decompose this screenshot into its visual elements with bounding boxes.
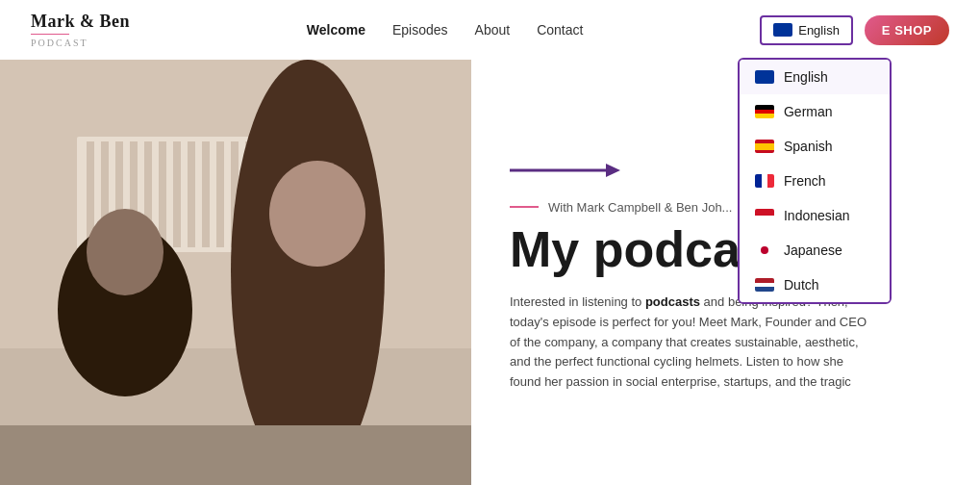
lang-option-dutch[interactable]: Dutch	[740, 268, 890, 302]
flag-jp-icon	[755, 243, 774, 257]
logo-divider	[31, 34, 69, 35]
language-button[interactable]: English	[760, 15, 853, 45]
svg-rect-20	[0, 425, 471, 485]
svg-point-18	[231, 60, 385, 483]
svg-point-17	[87, 209, 163, 295]
main-nav: Welcome Episodes About Contact	[307, 22, 584, 38]
svg-rect-10	[188, 141, 195, 247]
lang-option-french[interactable]: French	[740, 164, 890, 198]
nav-right: English E SHOP English German Spanish Fr…	[760, 15, 949, 45]
flag-gb-icon	[755, 70, 774, 84]
lang-german-label: German	[784, 104, 833, 119]
nav-contact[interactable]: Contact	[537, 22, 583, 38]
svg-marker-22	[606, 164, 620, 177]
nav-episodes[interactable]: Episodes	[392, 22, 448, 38]
logo: Mark & Ben Podcast	[31, 12, 130, 48]
shop-button[interactable]: E SHOP	[865, 15, 949, 45]
arrow-icon	[510, 156, 625, 185]
header: Mark & Ben Podcast Welcome Episodes Abou…	[0, 0, 980, 60]
hero-photo	[0, 60, 471, 485]
language-dropdown: English German Spanish French Indonesian…	[738, 58, 892, 304]
lang-spanish-label: Spanish	[784, 139, 833, 154]
lang-dutch-label: Dutch	[784, 277, 819, 293]
hero-image-inner	[0, 60, 471, 485]
lang-indonesian-label: Indonesian	[784, 208, 850, 223]
flag-es-icon	[755, 140, 774, 153]
svg-point-19	[269, 161, 365, 267]
subtitle-text: With Mark Campbell & Ben Joh...	[548, 200, 732, 215]
lang-french-label: French	[784, 173, 826, 189]
flag-id-icon	[755, 209, 774, 222]
description-bold: podcasts	[645, 294, 700, 309]
lang-option-english[interactable]: English	[740, 60, 890, 94]
english-flag-icon	[773, 23, 792, 37]
svg-rect-11	[202, 141, 210, 247]
nav-welcome[interactable]: Welcome	[307, 22, 365, 38]
svg-rect-8	[159, 141, 166, 247]
lang-option-spanish[interactable]: Spanish	[740, 129, 890, 164]
nav-about[interactable]: About	[475, 22, 511, 38]
flag-nl-icon	[755, 278, 774, 292]
lang-japanese-label: Japanese	[784, 242, 842, 258]
lang-english-label: English	[784, 69, 828, 85]
content-area: With Mark Campbell & Ben Joh... My podca…	[471, 60, 980, 485]
pink-divider	[510, 206, 539, 208]
lang-option-japanese[interactable]: Japanese	[740, 233, 890, 268]
svg-rect-12	[216, 141, 224, 247]
logo-subtitle: Podcast	[31, 38, 130, 48]
description-text: Interested in listening to podcasts and …	[510, 293, 875, 393]
hero-image	[0, 60, 471, 485]
flag-de-icon	[755, 105, 774, 118]
logo-title: Mark & Ben	[31, 12, 130, 32]
language-label: English	[798, 23, 840, 38]
lang-option-german[interactable]: German	[740, 94, 890, 129]
lang-option-indonesian[interactable]: Indonesian	[740, 198, 890, 233]
svg-rect-9	[173, 141, 181, 247]
flag-fr-icon	[755, 174, 774, 188]
